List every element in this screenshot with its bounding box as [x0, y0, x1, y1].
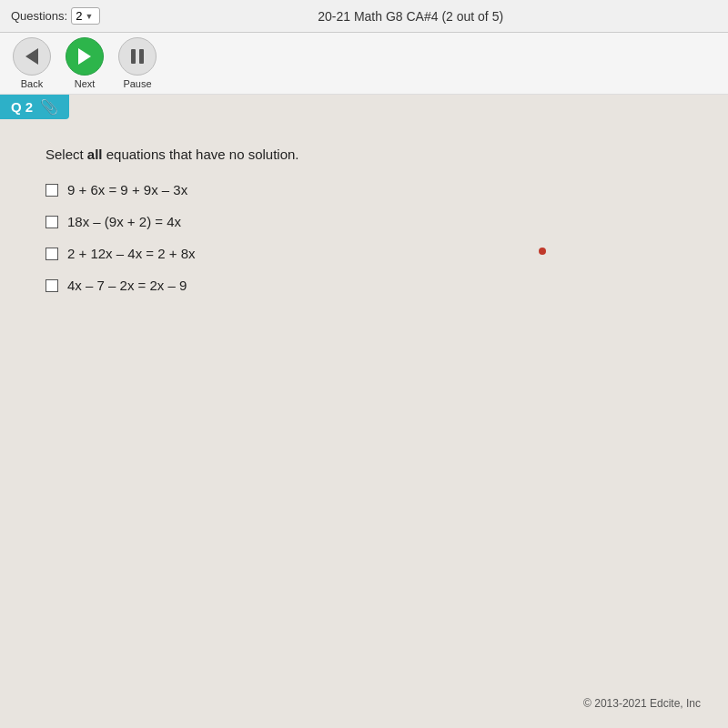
pause-icon: [131, 49, 144, 64]
questions-dropdown[interactable]: 2 ▼: [71, 7, 100, 25]
list-item[interactable]: 4x – 7 – 2x = 2x – 9: [46, 278, 682, 293]
option-text-1: 9 + 6x = 9 + 9x – 3x: [67, 182, 187, 197]
assessment-title: 20-21 Math G8 CA#4 (2 out of 5): [104, 9, 717, 24]
question-label: Q 2: [11, 99, 33, 115]
question-header: Q 2 📎: [0, 95, 69, 119]
footer-copyright: © 2013-2021 Edcite, Inc: [583, 697, 701, 710]
checkbox-3[interactable]: [46, 248, 58, 260]
pause-icon-circle: [118, 37, 157, 76]
top-bar: Questions: 2 ▼ 20-21 Math G8 CA#4 (2 out…: [0, 0, 728, 33]
questions-label: Questions:: [11, 9, 67, 23]
attachment-icon[interactable]: 📎: [40, 98, 58, 116]
chevron-down-icon: ▼: [85, 12, 93, 21]
question-instruction-prefix: Select: [46, 147, 87, 162]
list-item[interactable]: 2 + 12x – 4x = 2 + 8x: [46, 246, 682, 261]
back-label: Back: [21, 78, 43, 89]
next-icon-circle: [66, 37, 104, 76]
checkbox-4[interactable]: [46, 279, 58, 292]
nav-bar: Back Next Pause: [0, 33, 728, 95]
back-button[interactable]: Back: [13, 37, 51, 89]
question-text: Select all equations that have no soluti…: [46, 147, 682, 162]
list-item[interactable]: 9 + 6x = 9 + 9x – 3x: [46, 182, 682, 197]
question-body: Select all equations that have no soluti…: [0, 119, 728, 337]
decoration-dot: [539, 248, 546, 255]
pause-label: Pause: [123, 78, 151, 89]
option-text-2: 18x – (9x + 2) = 4x: [67, 214, 181, 229]
question-instruction-suffix: equations that have no solution.: [103, 147, 299, 162]
list-item[interactable]: 18x – (9x + 2) = 4x: [46, 214, 682, 229]
pause-button[interactable]: Pause: [118, 37, 157, 89]
options-list: 9 + 6x = 9 + 9x – 3x 18x – (9x + 2) = 4x…: [46, 182, 682, 293]
questions-value: 2: [76, 9, 82, 23]
back-arrow-icon: [25, 48, 38, 65]
next-arrow-icon: [78, 48, 91, 65]
back-icon-circle: [13, 37, 51, 76]
next-label: Next: [75, 78, 96, 89]
checkbox-2[interactable]: [46, 216, 58, 228]
content-area: Q 2 📎 Select all equations that have no …: [0, 95, 728, 728]
checkbox-1[interactable]: [46, 184, 58, 197]
option-text-4: 4x – 7 – 2x = 2x – 9: [67, 278, 187, 293]
next-button[interactable]: Next: [66, 37, 104, 89]
option-text-3: 2 + 12x – 4x = 2 + 8x: [67, 246, 196, 261]
question-instruction-bold: all: [87, 147, 103, 162]
